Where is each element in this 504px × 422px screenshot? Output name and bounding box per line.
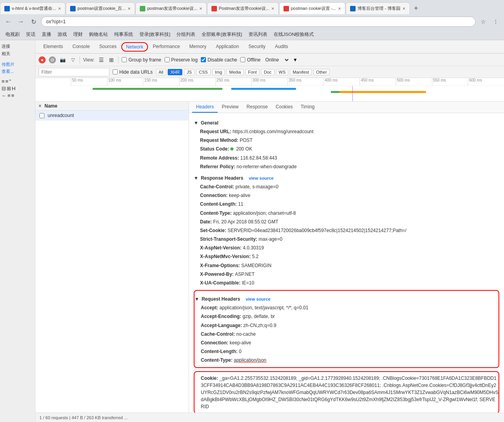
bookmark-3[interactable]: 游戏 — [55, 31, 69, 38]
filter-other[interactable]: Other — [313, 69, 330, 75]
view-label: View: — [83, 57, 94, 63]
request-row-unreadcount[interactable]: unreadcount — [35, 111, 189, 121]
filter-input[interactable] — [39, 68, 109, 76]
bookmark-4[interactable]: 理财 — [71, 31, 85, 38]
detail-tab-cookies[interactable]: Cookies — [272, 102, 296, 113]
menu-button[interactable]: ⋮ — [491, 17, 501, 27]
filter-font[interactable]: Font — [245, 69, 259, 75]
back-button[interactable]: ← — [3, 17, 13, 27]
tab-4[interactable]: Postman发送带cookie设... × — [207, 2, 279, 14]
record-button[interactable]: ● — [39, 56, 46, 63]
group-by-frame-label[interactable]: Group by frame — [122, 57, 161, 63]
bookmark-9[interactable]: 全部账单[效掌科技] — [199, 31, 244, 38]
sidebar-link-connect[interactable]: 连接 — [2, 43, 33, 49]
filter-js[interactable]: JS — [184, 69, 195, 75]
filter-doc[interactable]: Doc — [261, 69, 274, 75]
bookmark-0[interactable]: 电视剧 — [3, 31, 22, 38]
tab-label-1: v-html & v-text普通命... — [12, 6, 56, 11]
tab-2[interactable]: postman设置cookie_百... × — [66, 2, 135, 14]
detail-tab-preview[interactable]: Preview — [218, 102, 243, 113]
bookmark-10[interactable]: 资讯列表 — [246, 31, 270, 38]
timeline-marker — [352, 86, 353, 102]
resp-ua-compatible-key: X-UA-Compatible: — [200, 280, 242, 286]
request-checkbox-unreadcount[interactable] — [39, 113, 44, 118]
forward-button[interactable]: → — [16, 17, 26, 27]
tab-network[interactable]: Network — [121, 42, 148, 52]
resp-headers-view-source[interactable]: view source — [249, 176, 274, 180]
tab-favicon-1 — [4, 6, 10, 11]
filter-bar: Hide data URLs All XHR JS CSS Img Media … — [35, 66, 504, 78]
tab-close-5[interactable]: × — [338, 6, 341, 11]
detail-tab-timing[interactable]: Timing — [296, 102, 319, 113]
tab-close-2[interactable]: × — [128, 6, 131, 11]
tab-close-3[interactable]: × — [199, 6, 202, 11]
disable-cache-label[interactable]: Disable cache — [201, 57, 237, 63]
tab-application[interactable]: Application — [211, 41, 244, 52]
offline-label[interactable]: Offline — [240, 57, 260, 63]
tab-performance[interactable]: Performance — [148, 41, 185, 52]
detail-tab-headers[interactable]: Headers — [192, 102, 218, 113]
filter-xhr[interactable]: XHR — [168, 69, 182, 75]
bookmark-7[interactable]: 登录[效掌科技] — [137, 31, 172, 38]
tab-sources[interactable]: Sources — [94, 41, 121, 52]
network-main: × Name unreadcount Headers Preview Respo… — [35, 102, 504, 413]
bookmark-button[interactable]: ☆ — [478, 17, 488, 27]
address-bar[interactable] — [41, 17, 476, 27]
filter-button[interactable]: ▽ — [69, 56, 76, 63]
filter-css[interactable]: CSS — [196, 69, 211, 75]
sidebar-link-upload[interactable]: 传图片 — [2, 61, 33, 67]
preserve-log-checkbox[interactable] — [165, 57, 170, 62]
group-by-frame-checkbox[interactable] — [122, 57, 127, 62]
resp-date-value: Fri, 20 Apr 2018 08:55:02 GMT — [213, 219, 278, 225]
tab-elements[interactable]: Elements — [39, 41, 68, 52]
requests-close[interactable]: × — [39, 103, 41, 109]
sidebar-link-related[interactable]: 相关 — [2, 51, 33, 57]
tab-security[interactable]: Security — [244, 41, 270, 52]
hide-data-urls-text: Hide data URLs — [119, 69, 153, 75]
tab-close-4[interactable]: × — [271, 6, 274, 11]
view-waterfall-button[interactable]: ⊞ — [108, 56, 115, 63]
cookie-section: Cookie: _ga=GA1.2.255735532.1524208189; … — [194, 371, 499, 413]
view-list-button[interactable]: ☰ — [98, 56, 105, 63]
tab-close-1[interactable]: × — [58, 6, 61, 11]
tab-audits[interactable]: Audits — [270, 41, 293, 52]
filter-img[interactable]: Img — [212, 69, 225, 75]
filter-types: All XHR JS CSS Img Media Font Doc WS Man… — [156, 69, 330, 75]
hide-data-urls-checkbox[interactable] — [113, 69, 118, 74]
bookmark-1[interactable]: 笑话 — [24, 31, 38, 38]
filter-all[interactable]: All — [156, 69, 166, 75]
general-method-row: Request Method: POST — [200, 137, 499, 144]
filter-ws[interactable]: WS — [276, 69, 289, 75]
tab-1[interactable]: v-html & v-text普通命... × — [0, 2, 65, 14]
req-headers-view-source[interactable]: view source — [246, 297, 271, 301]
disable-cache-checkbox[interactable] — [201, 57, 206, 62]
bookmark-8[interactable]: 分组列表 — [174, 31, 198, 38]
tab-memory[interactable]: Memory — [185, 41, 211, 52]
sidebar-link-check[interactable]: 查看... — [2, 69, 33, 74]
filter-media[interactable]: Media — [226, 69, 244, 75]
resp-sts-value: max-age=0 — [259, 236, 282, 242]
req-content-type-key: Content-Type: — [201, 357, 234, 363]
offline-checkbox[interactable] — [240, 57, 245, 62]
tab-5[interactable]: postman cookie设置 -... × — [279, 2, 346, 14]
request-name-unreadcount: unreadcount — [48, 113, 74, 118]
screenshot-button[interactable]: 📷 — [59, 56, 66, 63]
reload-button[interactable]: ↻ — [28, 17, 39, 27]
filter-manifest[interactable]: Manifest — [290, 69, 312, 75]
clear-button[interactable]: ⊘ — [49, 56, 56, 63]
detail-tab-response[interactable]: Response — [243, 102, 272, 113]
bookmark-11[interactable]: 在线JSON校验格式 — [271, 31, 317, 38]
preserve-log-label[interactable]: Preserve log — [165, 57, 198, 63]
bookmark-2[interactable]: 直播 — [39, 31, 54, 38]
resp-content-type-row: Content-Type: application/json; charset=… — [200, 210, 499, 217]
online-select[interactable]: Online Slow 3G — [264, 57, 290, 63]
new-tab-button[interactable]: + — [410, 2, 422, 14]
tab-3[interactable]: postman发送带cookie设... × — [135, 2, 207, 14]
hide-data-urls-label[interactable]: Hide data URLs — [113, 69, 153, 75]
bookmark-6[interactable]: 纯事系统 — [112, 31, 135, 38]
resp-date-key: Date: — [200, 219, 213, 225]
tab-close-6[interactable]: × — [402, 6, 406, 11]
tab-console[interactable]: Console — [68, 41, 94, 52]
tab-6[interactable]: 博客后台管理 - 博客园 × — [346, 2, 410, 14]
bookmark-5[interactable]: 购物名站 — [87, 31, 110, 38]
